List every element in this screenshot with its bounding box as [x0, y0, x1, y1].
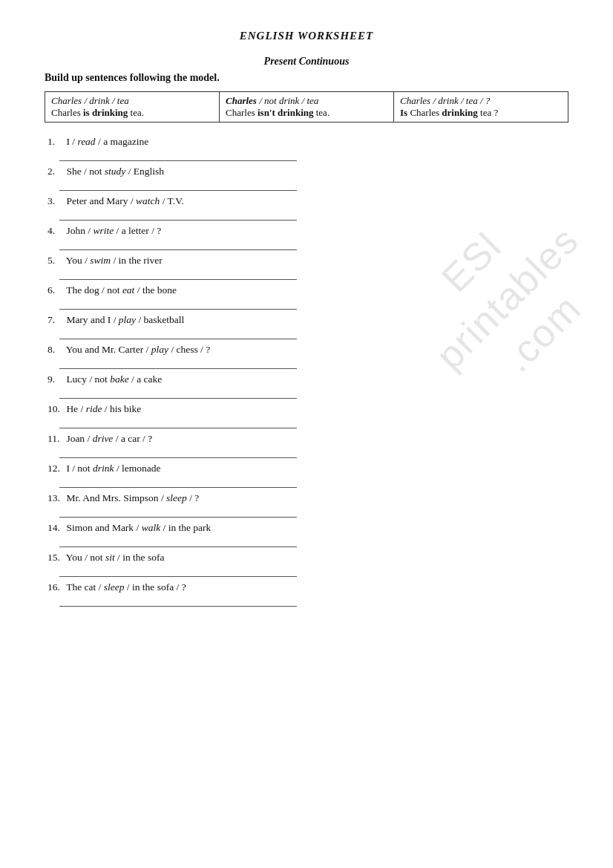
exercise-item-2: 2. She / not study / English	[45, 166, 568, 191]
exercise-item-3: 3. Peter and Mary / watch / T.V.	[45, 195, 568, 221]
exercise-item-13: 13. Mr. And Mrs. Simpson / sleep / ?	[45, 492, 568, 518]
answer-line-12	[59, 474, 297, 488]
page-title: ENGLISH WORKSHEET	[45, 30, 568, 42]
question-text-13: 13. Mr. And Mrs. Simpson / sleep / ?	[45, 492, 199, 503]
exercise-item-5: 5. You / swim / in the river	[45, 255, 568, 280]
model-col1-line1: Charles / drink / tea	[51, 95, 213, 107]
question-text-11: 11. Joan / drive / a car / ?	[45, 433, 152, 444]
answer-line-11	[59, 445, 297, 458]
model-col3-line2: Is Charles drinking tea ?	[400, 107, 562, 119]
question-text-6: 6. The dog / not eat / the bone	[45, 284, 177, 296]
question-text-5: 5. You / swim / in the river	[45, 255, 163, 266]
question-text-4: 4. John / write / a letter / ?	[45, 225, 161, 236]
question-text-15: 15. You / not sit / in the sofa	[45, 552, 164, 563]
answer-line-4	[59, 237, 297, 250]
model-col1: Charles / drink / tea Charles is drinkin…	[45, 92, 220, 123]
subtitle: Present Continuous	[45, 56, 568, 68]
model-col2: Charles / not drink / tea Charles isn't …	[220, 92, 394, 123]
answer-line-7	[59, 326, 297, 339]
exercise-item-7: 7. Mary and I / play / basketball	[45, 314, 568, 339]
model-col2-line2: Charles isn't drinking tea.	[226, 107, 387, 119]
exercise-item-1: 1. I / read / a magazine	[45, 136, 568, 161]
model-table: Charles / drink / tea Charles is drinkin…	[45, 91, 568, 123]
exercise-item-4: 4. John / write / a letter / ?	[45, 225, 568, 250]
exercise-item-6: 6. The dog / not eat / the bone	[45, 284, 568, 310]
exercise-item-10: 10. He / ride / his bike	[45, 403, 568, 428]
instructions: Build up sentences following the model.	[45, 72, 568, 84]
answer-line-16	[59, 593, 297, 607]
answer-line-9	[59, 385, 297, 399]
exercise-list: 1. I / read / a magazine 2. She / not st…	[45, 136, 568, 607]
exercise-item-12: 12. I / not drink / lemonade	[45, 463, 568, 488]
model-col2-line1: Charles / not drink / tea	[226, 95, 387, 107]
question-text-3: 3. Peter and Mary / watch / T.V.	[45, 195, 184, 206]
question-text-16: 16. The cat / sleep / in the sofa / ?	[45, 581, 186, 593]
exercise-item-14: 14. Simon and Mark / walk / in the park	[45, 522, 568, 547]
answer-line-15	[59, 564, 297, 577]
question-text-12: 12. I / not drink / lemonade	[45, 463, 160, 474]
answer-line-3	[59, 207, 297, 221]
exercise-item-16: 16. The cat / sleep / in the sofa / ?	[45, 581, 568, 607]
question-text-10: 10. He / ride / his bike	[45, 403, 141, 414]
question-text-8: 8. You and Mr. Carter / play / chess / ?	[45, 344, 210, 355]
answer-line-10	[59, 415, 297, 428]
answer-line-8	[59, 356, 297, 369]
question-text-1: 1. I / read / a magazine	[45, 136, 148, 147]
answer-line-1	[59, 148, 297, 161]
answer-line-6	[59, 296, 297, 310]
exercise-item-11: 11. Joan / drive / a car / ?	[45, 433, 568, 458]
exercise-item-15: 15. You / not sit / in the sofa	[45, 552, 568, 577]
question-text-14: 14. Simon and Mark / walk / in the park	[45, 522, 211, 533]
model-col3-line1: Charles / drink / tea / ?	[400, 95, 562, 107]
question-text-7: 7. Mary and I / play / basketball	[45, 314, 184, 325]
exercise-item-9: 9. Lucy / not bake / a cake	[45, 373, 568, 399]
exercise-item-8: 8. You and Mr. Carter / play / chess / ?	[45, 344, 568, 369]
answer-line-14	[59, 534, 297, 547]
answer-line-5	[59, 267, 297, 280]
model-col1-line2: Charles is drinking tea.	[51, 107, 213, 119]
question-text-9: 9. Lucy / not bake / a cake	[45, 373, 162, 385]
question-text-2: 2. She / not study / English	[45, 166, 164, 177]
answer-line-13	[59, 504, 297, 518]
answer-line-2	[59, 177, 297, 191]
model-col3: Charles / drink / tea / ? Is Charles dri…	[394, 92, 568, 123]
